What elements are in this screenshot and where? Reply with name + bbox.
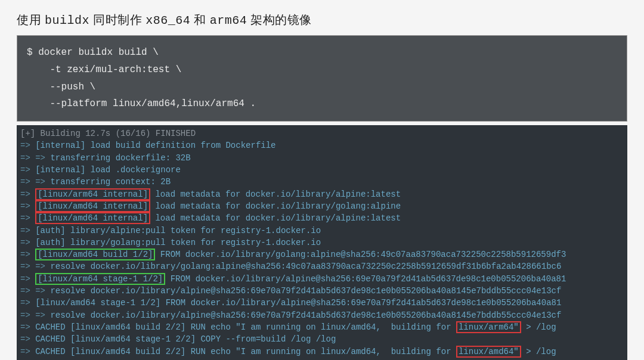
term-text: load metadata for docker.io/library/alpi… — [150, 213, 401, 223]
term-text: resolve docker.io/library/golang:alpine@… — [50, 262, 561, 271]
term-line: => => transferring dockerfile: 32B — [20, 152, 624, 164]
arrow: => — [20, 250, 35, 259]
term-line: => CACHED [linux/amd64 stage-1 2/2] COPY… — [20, 333, 624, 345]
highlight-platform-red: [linux/amd64 internal] — [35, 212, 150, 224]
term-text: resolve docker.io/library/alpine@sha256:… — [50, 286, 561, 296]
term-text: > /log — [521, 322, 556, 332]
term-line: => [linux/arm64 internal] load metadata … — [20, 188, 624, 200]
term-text: transferring dockerfile: 32B — [50, 153, 190, 163]
highlight-platform-red: [linux/arm64 internal] — [35, 188, 150, 200]
arrow: => — [20, 334, 35, 344]
term-text: FROM docker.io/library/golang:alpine@sha… — [155, 250, 566, 259]
highlight-stage-green: [linux/arm64 stage-1 1/2] — [35, 273, 165, 285]
term-line: => => resolve docker.io/library/alpine@s… — [20, 285, 624, 297]
arrow: => — [20, 226, 35, 235]
arrow: => => — [20, 177, 50, 187]
term-line: => [linux/arm64 stage-1 1/2] FROM docker… — [20, 273, 624, 285]
term-line: => [internal] load .dockerignore — [20, 164, 624, 176]
term-line-header: [+] Building 12.7s (16/16) FINISHED — [20, 128, 624, 139]
arrow: => — [20, 201, 35, 211]
arrow: => => — [20, 262, 50, 271]
term-text: FROM docker.io/library/alpine@sha256:69e… — [165, 274, 566, 284]
cmd-line: $ docker buildx build \ — [27, 44, 617, 61]
term-text: CACHED [linux/amd64 build 2/2] RUN echo … — [35, 347, 456, 356]
term-line: => CACHED [linux/amd64 build 2/2] RUN ec… — [20, 321, 624, 333]
cmd-line: --platform linux/amd64,linux/arm64 . — [27, 95, 617, 113]
arrow: => — [20, 190, 35, 199]
term-text: resolve docker.io/library/alpine@sha256:… — [50, 311, 561, 320]
arrow: => — [20, 213, 35, 223]
heading-mono-2: x86_64 — [145, 14, 190, 27]
page-title: 使用 buildx 同时制作 x86_64 和 arm64 架构的镜像 — [17, 12, 627, 28]
term-line: => [auth] library/alpine:pull token for … — [20, 225, 624, 237]
term-text: load metadata for docker.io/library/gola… — [150, 201, 401, 211]
term-line: => => transferring context: 2B — [20, 176, 624, 188]
term-line: => [auth] library/golang:pull token for … — [20, 237, 624, 249]
command-block: $ docker buildx build \ -t zexi/mul-arch… — [17, 35, 627, 122]
heading-text-2: 同时制作 — [89, 13, 145, 26]
arrow: => — [20, 274, 35, 284]
arrow: => => — [20, 153, 50, 163]
term-text: [internal] load .dockerignore — [35, 165, 181, 175]
arrow: => => — [20, 311, 50, 320]
term-text: [internal] load build definition from Do… — [35, 141, 275, 150]
highlight-target-red: linux/arm64" — [456, 321, 521, 333]
arrow: => — [20, 322, 35, 332]
term-line: => => resolve docker.io/library/alpine@s… — [20, 309, 624, 321]
term-text: > /log — [521, 347, 556, 356]
terminal-output: [+] Building 12.7s (16/16) FINISHED=> [i… — [17, 125, 627, 360]
term-text: load metadata for docker.io/library/alpi… — [150, 190, 401, 199]
term-text: [auth] library/golang:pull token for reg… — [35, 238, 321, 247]
arrow: => — [20, 238, 35, 247]
cmd-line: --push \ — [27, 79, 617, 96]
heading-text-1: 使用 — [17, 13, 45, 26]
term-line: => CACHED [linux/amd64 build 2/2] RUN ec… — [20, 346, 624, 358]
term-line: => [linux/amd64 internal] load metadata … — [20, 212, 624, 224]
highlight-stage-green: [linux/amd64 build 1/2] — [35, 249, 155, 260]
heading-text-4: 架构的镜像 — [247, 13, 312, 26]
arrow: => — [20, 165, 35, 175]
term-line: => [linux/amd64 stage-1 1/2] FROM docker… — [20, 297, 624, 309]
term-text: CACHED [linux/amd64 stage-1 2/2] COPY --… — [35, 334, 336, 344]
highlight-target-red: linux/amd64" — [456, 346, 521, 358]
term-text: [linux/amd64 stage-1 1/2] FROM docker.io… — [35, 298, 561, 308]
arrow: => — [20, 141, 35, 150]
heading-text-3: 和 — [190, 13, 210, 26]
term-text: transferring context: 2B — [50, 177, 171, 187]
arrow: => — [20, 298, 35, 308]
heading-mono-3: arm64 — [210, 14, 247, 27]
term-line: => [linux/amd64 build 1/2] FROM docker.i… — [20, 249, 624, 260]
cmd-line: -t zexi/mul-arch:test \ — [27, 61, 617, 79]
term-line: => [linux/amd64 internal] load metadata … — [20, 200, 624, 212]
term-text: [auth] library/alpine:pull token for reg… — [35, 226, 321, 235]
heading-mono-1: buildx — [45, 14, 89, 27]
arrow: => => — [20, 286, 50, 296]
arrow: => — [20, 347, 35, 356]
highlight-platform-red: [linux/amd64 internal] — [35, 200, 150, 212]
term-text: CACHED [linux/amd64 build 2/2] RUN echo … — [35, 322, 456, 332]
term-line: => [internal] load build definition from… — [20, 139, 624, 151]
term-line: => => resolve docker.io/library/golang:a… — [20, 260, 624, 272]
